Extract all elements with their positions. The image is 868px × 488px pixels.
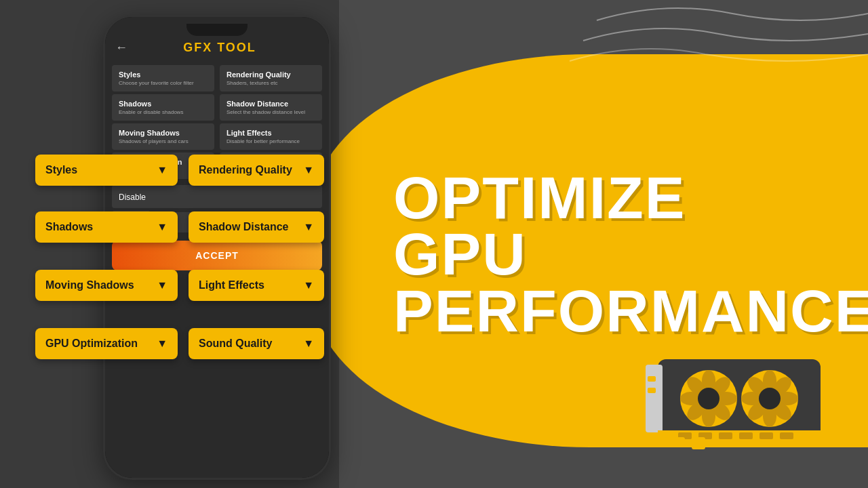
light-effects-desc: Disable for better performance bbox=[226, 138, 315, 144]
disable-item: Disable bbox=[112, 185, 322, 208]
disable-text: Disable bbox=[119, 192, 146, 202]
moving-shadows-dropdown-button[interactable]: Moving Shadows ▼ bbox=[35, 270, 178, 301]
moving-shadows-setting: Moving Shadows Shadows of players and ca… bbox=[112, 123, 214, 150]
shadow-distance-title: Shadow Distance bbox=[226, 100, 315, 108]
shadows-dropdown-button[interactable]: Shadows ▼ bbox=[35, 211, 178, 243]
app-title: GFX TOOL bbox=[134, 41, 305, 55]
shadows-setting: Shadows Enable or disable shadows bbox=[112, 94, 214, 121]
svg-rect-3 bbox=[648, 388, 656, 393]
light-effects-dropdown-arrow-icon: ▼ bbox=[303, 279, 314, 291]
moving-shadows-button-label: Moving Shadows bbox=[45, 279, 134, 291]
accept-button[interactable]: ACCEPT bbox=[112, 241, 322, 270]
svg-rect-32 bbox=[760, 432, 773, 439]
sound-quality-dropdown-arrow-icon: ▼ bbox=[303, 338, 314, 350]
phone-screen: ← GFX TOOL Styles Choose your favorite c… bbox=[105, 17, 329, 478]
light-effects-title: Light Effects bbox=[226, 129, 315, 137]
moving-shadows-title: Moving Shadows bbox=[119, 129, 208, 137]
light-effects-button-label: Light Effects bbox=[199, 279, 264, 291]
svg-rect-30 bbox=[719, 432, 732, 439]
shadow-distance-desc: Select the shadow distance level bbox=[226, 109, 315, 115]
phone-mockup: ← GFX TOOL Styles Choose your favorite c… bbox=[34, 7, 332, 481]
svg-rect-1 bbox=[646, 365, 663, 432]
light-effects-setting: Light Effects Disable for better perform… bbox=[220, 123, 322, 150]
phone-frame: ← GFX TOOL Styles Choose your favorite c… bbox=[105, 17, 329, 478]
svg-rect-35 bbox=[692, 437, 705, 449]
shadow-distance-dropdown-arrow-icon: ▼ bbox=[303, 221, 314, 233]
shadow-distance-setting: Shadow Distance Select the shadow distan… bbox=[220, 94, 322, 121]
phone-notch bbox=[186, 24, 248, 36]
svg-point-14 bbox=[698, 388, 719, 409]
shadows-desc: Enable or disable shadows bbox=[119, 109, 208, 115]
rendering-desc: Shaders, textures etc bbox=[226, 80, 315, 86]
settings-row-3: Moving Shadows Shadows of players and ca… bbox=[112, 123, 322, 150]
svg-rect-31 bbox=[739, 432, 753, 439]
back-arrow-icon[interactable]: ← bbox=[115, 41, 127, 55]
shadows-title: Shadows bbox=[119, 100, 208, 108]
svg-rect-2 bbox=[648, 376, 656, 382]
svg-rect-33 bbox=[780, 432, 793, 439]
shadow-distance-dropdown-button[interactable]: Shadow Distance ▼ bbox=[189, 211, 324, 243]
gpu-opt-button-label: GPU Optimization bbox=[45, 338, 138, 350]
headline-text: OPTIMIZE GPU PERFORMANCE bbox=[393, 169, 868, 340]
rendering-dropdown-arrow-icon: ▼ bbox=[303, 164, 314, 176]
rendering-dropdown-button[interactable]: Rendering Quality ▼ bbox=[189, 155, 324, 186]
gpu-card-illustration bbox=[644, 339, 834, 461]
moving-shadows-dropdown-arrow-icon: ▼ bbox=[157, 279, 167, 291]
shadow-distance-button-label: Shadow Distance bbox=[199, 221, 288, 233]
svg-point-25 bbox=[759, 388, 781, 409]
svg-rect-34 bbox=[665, 437, 685, 445]
light-effects-dropdown-button[interactable]: Light Effects ▼ bbox=[189, 270, 324, 301]
shadows-button-label: Shadows bbox=[45, 221, 93, 233]
styles-button-label: Styles bbox=[45, 164, 77, 176]
gpu-opt-dropdown-arrow-icon: ▼ bbox=[157, 338, 167, 350]
styles-title: Styles bbox=[119, 70, 208, 79]
rendering-button-label: Rendering Quality bbox=[199, 164, 292, 176]
styles-desc: Choose your favorite color filter bbox=[119, 80, 208, 86]
sound-quality-button-label: Sound Quality bbox=[199, 338, 272, 350]
gpu-svg bbox=[644, 339, 834, 461]
headline-line2: GPU bbox=[393, 226, 868, 283]
gpu-opt-dropdown-button[interactable]: GPU Optimization ▼ bbox=[35, 328, 178, 359]
styles-dropdown-button[interactable]: Styles ▼ bbox=[35, 155, 178, 186]
moving-shadows-desc: Shadows of players and cars bbox=[119, 138, 208, 144]
settings-row-1: Styles Choose your favorite color filter… bbox=[112, 65, 322, 92]
styles-setting: Styles Choose your favorite color filter bbox=[112, 65, 214, 92]
rendering-title: Rendering Quality bbox=[226, 70, 315, 79]
sound-quality-dropdown-button[interactable]: Sound Quality ▼ bbox=[189, 328, 324, 359]
shadows-dropdown-arrow-icon: ▼ bbox=[157, 221, 167, 233]
rendering-setting: Rendering Quality Shaders, textures etc bbox=[220, 65, 322, 92]
styles-dropdown-arrow-icon: ▼ bbox=[157, 164, 167, 176]
headline-line3: PERFORMANCE bbox=[393, 283, 868, 340]
headline-line1: OPTIMIZE bbox=[393, 169, 868, 226]
settings-row-2: Shadows Enable or disable shadows Shadow… bbox=[112, 94, 322, 121]
